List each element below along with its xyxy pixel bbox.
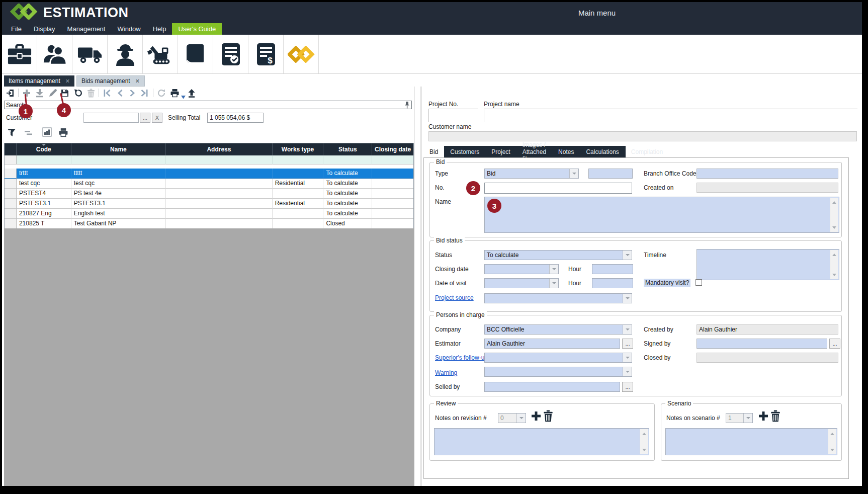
scrollbar[interactable] [830,198,838,232]
filter-cell[interactable] [71,155,166,164]
chevron-down-icon[interactable] [549,279,558,288]
cell-code[interactable]: test cqc [17,179,71,189]
cell-code[interactable]: PSTEST4 [17,189,71,199]
chevron-down-icon[interactable] [623,353,632,362]
menu-users-guide[interactable]: User's Guide [172,23,222,35]
refresh-icon[interactable] [157,89,166,98]
book-icon[interactable] [178,35,213,73]
cell-code[interactable]: 210825 T [17,219,71,229]
cell-name[interactable]: test cqc [71,179,166,189]
row-selector[interactable] [5,189,17,199]
chevron-down-icon[interactable] [516,414,526,423]
print-list-icon[interactable] [58,128,68,139]
cell-name[interactable]: PSTEST3.1 [71,199,166,209]
print-icon[interactable] [170,89,179,98]
last-record-icon[interactable] [140,89,149,98]
company-combo[interactable]: BCC Officielle [484,324,632,335]
gold-brand-diamond-icon[interactable] [284,35,319,73]
table-row[interactable]: PSTEST4 PS test 4e To calculate [5,189,413,199]
column-header-code[interactable]: Code [17,143,71,155]
cell-address[interactable] [166,199,272,209]
menu-management[interactable]: Management [61,23,112,35]
menu-window[interactable]: Window [111,23,146,35]
row-selector[interactable] [5,169,17,179]
cell-status[interactable]: To calculate [323,199,372,209]
menu-display[interactable]: Display [28,23,61,35]
cell-address[interactable] [166,209,272,219]
document-dollar-icon[interactable]: $ [248,35,284,73]
cell-status[interactable]: To calculate [323,189,372,199]
filter-cell[interactable] [323,155,372,164]
panel-splitter[interactable] [421,87,422,486]
column-header-works-type[interactable]: Works type [273,143,324,155]
filter-icon[interactable] [7,128,17,140]
cell-status[interactable]: To calculate [323,179,372,189]
bid-type-combo[interactable]: Bid [484,169,579,179]
tab-items-management[interactable]: Items management ✕ [4,75,74,87]
close-icon[interactable]: ✕ [135,78,140,85]
revision-number-combo[interactable]: 0 [498,413,526,423]
row-selector[interactable] [5,179,17,189]
scenario-number-combo[interactable]: 1 [726,413,753,423]
column-header-address[interactable]: Address [166,143,272,155]
project-source-link[interactable]: Project source [435,294,474,301]
estimator-lookup-button[interactable]: ... [622,339,633,349]
table-row[interactable]: 210827 Eng English test To calculate [5,209,413,219]
cell-works-type[interactable] [273,219,324,229]
first-record-icon[interactable] [103,89,112,98]
warning-combo[interactable] [484,367,632,377]
cell-closing-date[interactable] [372,179,413,189]
chart-icon[interactable] [42,127,52,139]
summary-rows-icon[interactable] [24,129,33,139]
selled-by-field[interactable] [484,382,620,392]
closing-date-picker[interactable] [484,264,559,274]
tab-notes[interactable]: Notes [552,146,580,157]
filter-cell[interactable] [372,155,413,164]
closing-hour-field[interactable] [592,264,633,274]
cell-address[interactable] [166,189,272,199]
filter-cell[interactable] [166,155,272,164]
previous-record-icon[interactable] [116,89,125,98]
row-selector[interactable] [5,209,17,219]
export-icon[interactable] [187,89,196,98]
menu-file[interactable]: File [5,23,28,35]
column-header-name[interactable]: Name [71,143,166,155]
project-source-combo[interactable] [484,293,632,303]
branch-office-code-field[interactable] [697,169,838,179]
tab-customers[interactable]: Customers [444,146,485,157]
panel-splitter[interactable] [420,87,420,486]
cell-works-type[interactable] [273,169,324,179]
toolbox-icon[interactable] [2,35,37,73]
delete-scenario-icon[interactable] [770,410,781,424]
cell-name[interactable]: Test Gabarit NP [71,219,166,229]
timeline-textarea[interactable] [697,249,839,280]
superiors-follow-up-link[interactable]: Superior's follow-up [435,354,488,361]
status-combo[interactable]: To calculate [484,250,632,260]
cell-status[interactable]: Closed [323,219,372,229]
insert-from-icon[interactable] [35,89,44,98]
customer-lookup-button[interactable]: ... [140,113,150,123]
undo-icon[interactable] [73,89,82,98]
cell-name[interactable]: PS test 4e [71,189,166,199]
chevron-down-icon[interactable] [623,294,632,303]
signed-by-field[interactable] [697,339,827,349]
add-icon[interactable] [22,89,31,98]
selled-by-lookup-button[interactable]: ... [622,382,633,392]
tab-bid[interactable]: Bid [423,146,444,157]
signed-by-lookup-button[interactable]: ... [829,339,840,349]
date-of-visit-picker[interactable] [484,278,559,288]
column-header-status[interactable]: Status [323,143,372,155]
cell-closing-date[interactable] [372,209,413,219]
row-selector[interactable] [5,199,17,209]
excavator-icon[interactable] [143,35,178,73]
customer-clear-button[interactable]: X [152,113,162,123]
exit-icon[interactable] [6,89,15,98]
next-record-icon[interactable] [128,89,137,98]
customers-icon[interactable] [37,35,72,73]
scrollbar[interactable] [828,429,836,454]
add-scenario-icon[interactable] [758,410,769,424]
bid-no-input[interactable] [484,183,632,194]
cell-name[interactable]: ttttt [71,169,166,179]
estimator-field[interactable]: Alain Gauthier [484,339,620,349]
close-icon[interactable]: ✕ [65,78,70,85]
